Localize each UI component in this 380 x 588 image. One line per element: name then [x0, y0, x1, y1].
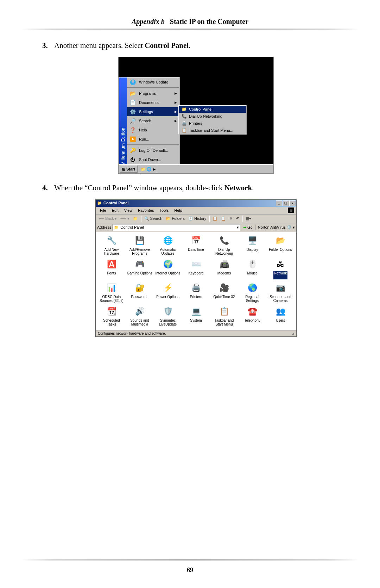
quick-launch-icon[interactable]: 📁 [141, 167, 146, 172]
control-panel-item[interactable]: 📆Scheduled Tasks [98, 307, 125, 327]
quick-launch-icon[interactable]: 🌐 [147, 167, 152, 172]
control-panel-item[interactable]: 🖱️Mouse [239, 259, 266, 279]
control-panel-item[interactable]: 🌐Automatic Updates [154, 236, 182, 256]
submenu-item[interactable]: 🖨️Printers [179, 120, 246, 127]
go-button[interactable]: ➜ Go [242, 225, 254, 230]
control-panel-item[interactable]: 🔐Passwords [126, 283, 153, 303]
quick-launch-icon[interactable]: ▶ [153, 167, 156, 172]
go-icon: ➜ [243, 225, 246, 230]
control-panel-item[interactable]: 🖥️Display [239, 236, 266, 256]
control-panel-item[interactable]: ⌨️Keyboard [182, 259, 210, 279]
status-bar: Configures network hardware and software… [96, 330, 296, 337]
menu-item-icon: 🔎 [129, 117, 136, 124]
copy-to-button[interactable]: 📋 [220, 216, 227, 222]
dropdown-icon[interactable]: ▾ [237, 225, 239, 230]
back-button[interactable]: ⟵ Back ▾ [97, 216, 118, 222]
submenu-item[interactable]: 📁Control Panel [179, 106, 246, 113]
start-menu-item[interactable]: 📂Programs▶ [127, 89, 179, 98]
control-panel-item-icon: ⌨️ [191, 259, 201, 270]
start-menu-item[interactable]: 📄Documents▶ [127, 98, 179, 107]
control-panel-item-icon: 🛡️ [163, 307, 173, 317]
control-panel-item[interactable]: 🛡️Symantec LiveUpdate [154, 307, 182, 327]
control-panel-item-icon: 🌐 [163, 236, 173, 246]
resize-grip-icon[interactable]: ◢ [291, 331, 294, 336]
control-panel-item-label: Add New Hardware [98, 247, 125, 256]
menu-view[interactable]: View [122, 208, 135, 213]
maximize-button[interactable]: ☐ [283, 200, 289, 206]
appendix-label: Appendix b [132, 18, 165, 25]
control-panel-item-label: QuickTime 32 [213, 295, 235, 303]
menu-edit[interactable]: Edit [110, 208, 121, 213]
control-panel-item[interactable]: 🔧Add New Hardware [98, 236, 125, 256]
menu-item-icon: ❓ [129, 126, 136, 134]
control-panel-item[interactable]: ☎️Telephony [239, 307, 266, 327]
control-panel-item[interactable]: 🅰️Fonts [98, 259, 125, 279]
start-menu-item[interactable]: ⚙️Settings▶ [127, 107, 179, 116]
start-menu-item[interactable]: 🌐Windows Update [127, 78, 179, 87]
undo-button[interactable]: ↶ [235, 216, 241, 222]
menu-item-icon: ⏻ [129, 156, 136, 163]
start-menu-item[interactable]: ▶️Run... [127, 135, 179, 144]
control-panel-item[interactable]: 🔊Sounds and Multimedia [126, 307, 153, 327]
footer-divider [21, 559, 359, 561]
control-panel-item-label: Fonts [106, 271, 116, 279]
control-panel-item[interactable]: 📞Dial-Up Networking [210, 236, 238, 256]
close-button[interactable]: × [289, 200, 296, 206]
page-header: Appendix b Static IP on the Computer [42, 18, 338, 26]
control-panel-item[interactable]: 💾Add/Remove Programs [126, 236, 153, 256]
menu-item-icon: 📂 [129, 90, 136, 97]
history-button[interactable]: 🕓 History [187, 216, 208, 222]
folders-button[interactable]: 📂 Folders [164, 216, 186, 222]
folder-icon: 📁 [97, 200, 102, 206]
control-panel-item[interactable]: 🖨️Printers [182, 283, 210, 303]
start-button[interactable]: ⊞ Start [120, 166, 138, 173]
control-panel-item-label: Display [246, 247, 259, 256]
search-button[interactable]: 🔍 Search [143, 216, 164, 222]
up-button[interactable]: 📁 [132, 216, 139, 222]
submenu-item[interactable]: 📞Dial-Up Networking [179, 113, 246, 120]
submenu-arrow-icon: ▶ [175, 119, 177, 123]
move-to-button[interactable]: 📋 [211, 216, 219, 222]
control-panel-item[interactable]: 🎮Gaming Options [126, 259, 153, 279]
folder-icon: 📁 [114, 225, 119, 230]
windows-logo-icon: ⊞ [288, 208, 294, 213]
control-panel-item[interactable]: 🎥QuickTime 32 [210, 283, 238, 303]
control-panel-item[interactable]: 📊ODBC Data Sources (32bit) [98, 283, 125, 303]
control-panel-item[interactable]: 👥Users [267, 307, 294, 327]
figure-control-panel: 📁 Control Panel _ ☐ × FileEditViewFavori… [95, 199, 297, 337]
control-panel-item[interactable]: ⚡Power Options [154, 283, 182, 303]
control-panel-item[interactable]: 🌍Internet Options [154, 259, 182, 279]
control-panel-item[interactable]: 📂Folder Options [267, 236, 294, 256]
menu-item-label: Help [139, 128, 147, 133]
control-panel-item-icon: 🌎 [247, 283, 258, 293]
control-panel-item[interactable]: 🌎Regional Settings [239, 283, 266, 303]
start-menu-item[interactable]: 🔎Search▶ [127, 116, 179, 125]
delete-button[interactable]: ✕ [228, 216, 234, 222]
control-panel-item-label: Scheduled Tasks [98, 318, 125, 327]
control-panel-item[interactable]: 📅Date/Time [182, 236, 210, 256]
control-panel-item[interactable]: 📋Taskbar and Start Menu [210, 307, 238, 327]
minimize-button[interactable]: _ [276, 200, 282, 206]
start-menu-item[interactable]: ❓Help [127, 125, 179, 135]
menu-help[interactable]: Help [172, 208, 184, 213]
control-panel-item-icon: 📅 [191, 236, 201, 246]
menu-item-label: Log Off Default... [139, 148, 168, 153]
control-panel-item[interactable]: 📷Scanners and Cameras [267, 283, 294, 303]
address-input[interactable]: 📁 Control Panel ▾ [113, 224, 240, 231]
control-panel-item-icon: 📞 [219, 236, 229, 246]
start-menu-item[interactable]: ⏻Shut Down... [127, 155, 179, 164]
control-panel-item-label: Folder Options [268, 247, 293, 256]
menu-file[interactable]: File [98, 208, 108, 213]
control-panel-item-icon: ⚡ [163, 283, 173, 293]
forward-button[interactable]: ⟶ ▾ [119, 216, 131, 222]
views-button[interactable]: ▦▾ [244, 216, 253, 222]
menu-favorites[interactable]: Favorites [136, 208, 156, 213]
control-panel-item[interactable]: 🖧Network [267, 259, 294, 279]
control-panel-item[interactable]: 💻System [182, 307, 210, 327]
control-panel-item[interactable]: 📠Modems [210, 259, 238, 279]
control-panel-item-label: Regional Settings [239, 295, 266, 303]
start-menu-item[interactable]: 🔑Log Off Default... [127, 146, 179, 155]
menu-tools[interactable]: Tools [158, 208, 171, 213]
menu-separator [127, 87, 179, 88]
submenu-item[interactable]: 📋Taskbar and Start Menu... [179, 127, 246, 134]
